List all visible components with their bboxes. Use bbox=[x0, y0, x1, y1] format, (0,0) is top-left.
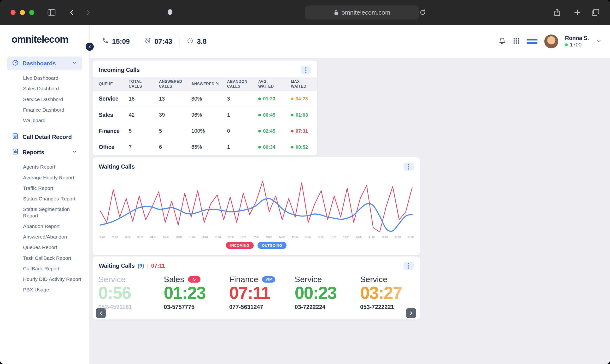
sidebar-item-average-hourly-report[interactable]: Average Hourly Report bbox=[0, 172, 86, 183]
answered-pct-cell: 100% bbox=[191, 128, 227, 134]
sidebar-collapse-button[interactable] bbox=[86, 43, 94, 51]
queue-cell: Office bbox=[99, 144, 129, 150]
divider bbox=[137, 37, 137, 46]
sidebar-item-finance-dashbord[interactable]: Finance Dashbord bbox=[0, 105, 86, 115]
close-window-button[interactable] bbox=[11, 10, 15, 15]
app-logo: omnitelecom bbox=[0, 25, 89, 54]
sidebar-item-task-callback-report[interactable]: Task CallBack Report bbox=[0, 253, 86, 263]
tab-overview-icon[interactable] bbox=[591, 9, 599, 16]
x-tick: 20:00 bbox=[356, 236, 362, 238]
column-header: ABANDON CALLS bbox=[227, 77, 258, 91]
x-tick: 18:00 bbox=[331, 236, 336, 238]
sidebar-item-hourly-did-activity-report[interactable]: Hourly DID Activity Report bbox=[0, 274, 86, 285]
flag-icon[interactable] bbox=[527, 38, 538, 45]
sidebar-item-abandon-report[interactable]: Abandon Report bbox=[0, 221, 86, 232]
carousel-prev-button[interactable] bbox=[96, 308, 106, 318]
avg-waited-cell: 00:34 bbox=[258, 144, 291, 150]
chevron-down-icon[interactable] bbox=[596, 38, 602, 45]
column-header: QUEUE bbox=[99, 80, 129, 88]
share-icon[interactable] bbox=[554, 8, 561, 16]
chevron-down-icon bbox=[72, 60, 77, 67]
column-header: TOTAL CALLS bbox=[129, 77, 159, 91]
zoom-window-button[interactable] bbox=[29, 10, 34, 15]
sidebar-item-agents-report[interactable]: Agents Report bbox=[0, 162, 86, 172]
sidebar-item-label: Dashboards bbox=[23, 60, 56, 67]
avatar[interactable] bbox=[544, 35, 558, 48]
user-menu[interactable]: Ronna S. 1700 bbox=[565, 35, 589, 48]
x-tick: 14:00 bbox=[279, 236, 285, 238]
card-menu-button[interactable] bbox=[403, 163, 414, 171]
sidebar-item-dashboards[interactable]: Dashboards bbox=[7, 56, 82, 70]
max-waited-cell: 01:03 bbox=[291, 112, 317, 118]
table-body: Service161380%301:2304:23Sales423996%100… bbox=[93, 91, 317, 155]
caller-phone: 03-7222224 bbox=[295, 304, 360, 310]
minimize-window-button[interactable] bbox=[20, 10, 25, 15]
sidebar-item-reports[interactable]: Reports bbox=[7, 145, 82, 159]
card-menu-button[interactable] bbox=[403, 262, 414, 270]
legend-incoming[interactable]: INCOMING bbox=[226, 242, 254, 249]
sidebar-item-live-dashboard[interactable]: Live Dashboard bbox=[0, 73, 86, 83]
sidebar-item-traffic-report[interactable]: Traffic Report bbox=[0, 183, 86, 194]
caller-phone: 052-4591181 bbox=[98, 304, 164, 310]
status-dot-icon bbox=[291, 146, 293, 148]
answered-calls-cell: 6 bbox=[159, 144, 191, 150]
sidebar-item-call-detail-record[interactable]: Call Detail Record bbox=[7, 130, 82, 144]
answered-calls-cell: 39 bbox=[159, 112, 191, 118]
x-tick: 04:00 bbox=[150, 236, 156, 238]
traffic-lights bbox=[11, 10, 34, 15]
x-tick: 11:00 bbox=[240, 236, 246, 238]
stat-value: 3.8 bbox=[197, 38, 207, 46]
status-dot-icon bbox=[291, 114, 293, 116]
column-header: MAX WAITED bbox=[291, 77, 317, 91]
url-text: omnitelecom.com bbox=[341, 9, 390, 16]
sidebar-item-callback-report[interactable]: CallBack Report bbox=[0, 263, 86, 274]
caller-phone: 03-5757775 bbox=[164, 304, 229, 310]
shield-icon[interactable] bbox=[166, 9, 174, 16]
abandon-calls-cell: 1 bbox=[227, 112, 258, 118]
sidebar-item-answered-abandon[interactable]: Answered/Abandon bbox=[0, 232, 86, 242]
card-menu-button[interactable] bbox=[301, 66, 311, 74]
status-dot-icon bbox=[291, 97, 293, 100]
total-calls-cell: 5 bbox=[129, 128, 159, 134]
x-tick: 00:00 bbox=[408, 236, 414, 238]
x-tick: 03:00 bbox=[137, 236, 143, 238]
sidebar-item-pbx-usage[interactable]: PBX Usage bbox=[0, 285, 86, 295]
apps-grid-icon[interactable] bbox=[513, 37, 520, 46]
legend-outgoing[interactable]: OUTGOING bbox=[258, 242, 287, 249]
phone-icon bbox=[102, 37, 109, 46]
sidebar-item-queues-report[interactable]: Queues Report bbox=[0, 242, 86, 253]
avg-waited-cell: 01:23 bbox=[258, 96, 291, 102]
card-title: Waiting Calls bbox=[99, 262, 135, 269]
max-waited-cell: 07:31 bbox=[291, 128, 317, 134]
callback-badge-icon: ↻ bbox=[188, 276, 200, 283]
avg-waited-cell: 00:45 bbox=[258, 112, 291, 118]
abandon-calls-cell: 3 bbox=[227, 96, 258, 102]
sidebar-item-service-dashbord[interactable]: Service Dashbord bbox=[0, 94, 86, 105]
app-topbar: 15:09 07:43 3.8 bbox=[90, 25, 610, 58]
address-bar[interactable]: omnitelecom.com bbox=[305, 5, 419, 20]
carousel-next-button[interactable] bbox=[406, 308, 416, 318]
sidebar-item-status-changes-report[interactable]: Status Changes Report bbox=[0, 194, 86, 204]
queue-cell: Finance bbox=[99, 128, 129, 134]
wait-time: 00:23 bbox=[295, 284, 360, 302]
reports-icon bbox=[12, 148, 19, 156]
forward-button[interactable] bbox=[84, 9, 92, 16]
sidebar-toggle-icon[interactable] bbox=[47, 9, 56, 16]
x-tick: 08:00 bbox=[202, 236, 208, 238]
x-tick: 02:00 bbox=[125, 236, 130, 238]
chart-x-axis: 00:0001:0002:0003:0004:0005:0006:0007:00… bbox=[93, 235, 420, 238]
sidebar-item-wallboard[interactable]: Wallboard bbox=[0, 115, 86, 126]
back-button[interactable] bbox=[69, 9, 76, 16]
bell-icon[interactable] bbox=[498, 37, 506, 46]
new-tab-icon[interactable] bbox=[574, 9, 581, 16]
reports-submenu: Agents ReportAverage Hourly ReportTraffi… bbox=[0, 162, 89, 295]
abandon-calls-cell: 0 bbox=[227, 128, 258, 134]
waiting-calls-chart-card: Waiting Calls 00:0001:0002:0003:0004:000… bbox=[93, 157, 420, 255]
sidebar-item-sales-dashbord[interactable]: Sales Dashbord bbox=[0, 83, 86, 94]
reload-icon[interactable] bbox=[419, 9, 426, 16]
sidebar-item-status-segmentation-report[interactable]: Status Segmentation Report bbox=[0, 204, 86, 221]
x-tick: 23:00 bbox=[395, 236, 401, 238]
chart-legend: INCOMINGOUTGOING bbox=[93, 242, 420, 249]
column-header: ANSWERED CALLS bbox=[159, 77, 191, 91]
browser-chrome: omnitelecom.com bbox=[0, 0, 610, 25]
